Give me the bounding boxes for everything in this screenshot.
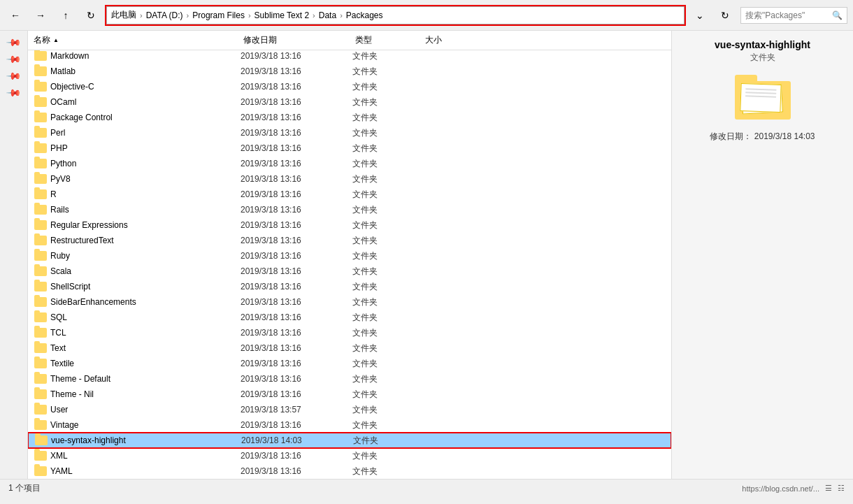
file-date-21: 2019/3/18 13:16 [241,343,352,353]
pin-icon-1[interactable]: 📌 [6,34,22,50]
toolbar: ← → ↑ ↻ 此电脑 › DATA (D:) › Program Files … [0,0,853,31]
bc-program-files[interactable]: Program Files [192,10,245,20]
file-type-4: 文件夹 [352,81,422,93]
search-icon: 🔍 [832,10,843,20]
file-date-22: 2019/3/18 13:16 [241,359,352,368]
file-date-6: 2019/3/18 13:16 [241,113,352,122]
file-rows-container: Lua 2019/3/18 13:16 文件夹 Makefile 2019/3/… [28,31,671,479]
file-row[interactable]: SQL 2019/3/18 13:16 文件夹 [28,310,671,325]
file-date-7: 2019/3/18 13:16 [241,128,352,138]
file-row[interactable]: YAML 2019/3/18 13:16 文件夹 [28,463,671,479]
bc-data-d[interactable]: DATA (D:) [146,10,183,20]
file-row[interactable]: PyV8 2019/3/18 13:16 文件夹 [28,171,671,187]
file-row[interactable]: vue-syntax-highlight 2019/3/18 14:03 文件夹 [28,433,671,448]
up-button[interactable]: ↑ [56,6,76,25]
file-row[interactable]: ShellScript 2019/3/18 13:16 文件夹 [28,279,671,294]
file-type-27: 文件夹 [353,435,423,447]
preview-panel: vue-syntax-highlight 文件夹 修改日期： 2019/3/18… [671,31,853,479]
file-row[interactable]: Theme - Nil 2019/3/18 13:16 文件夹 [28,387,671,402]
folder-icon-7 [34,127,48,138]
file-name-21: Text [50,343,241,353]
file-row[interactable]: Objective-C 2019/3/18 13:16 文件夹 [28,79,671,94]
folder-icon-14 [34,235,48,246]
file-row[interactable]: Scala 2019/3/18 13:16 文件夹 [28,264,671,279]
file-type-18: 文件夹 [352,296,422,308]
folder-icon-27 [34,435,48,446]
paper-line-3 [745,95,776,98]
file-row[interactable]: Package Control 2019/3/18 13:16 文件夹 [28,110,671,125]
col-name-header[interactable]: 名称 ▲ [34,34,243,46]
col-type-header[interactable]: 类型 [355,34,425,46]
file-name-2: Markdown [50,51,241,61]
refresh-path-button[interactable]: ↻ [715,6,735,25]
file-row[interactable]: Perl 2019/3/18 13:16 文件夹 [28,125,671,141]
file-date-25: 2019/3/18 13:57 [241,405,352,415]
bc-sublime-text[interactable]: Sublime Text 2 [255,10,310,20]
dropdown-button[interactable]: ⌄ [690,6,710,25]
col-date-header[interactable]: 修改日期 [243,34,355,46]
folder-icon-10 [34,173,48,185]
file-type-19: 文件夹 [352,312,422,324]
back-button[interactable]: ← [6,6,25,25]
address-bar[interactable]: 此电脑 › DATA (D:) › Program Files › Sublim… [106,6,684,24]
file-date-16: 2019/3/18 13:16 [241,266,352,276]
file-name-9: Python [50,159,241,168]
file-row[interactable]: Rails 2019/3/18 13:16 文件夹 [28,202,671,217]
file-row[interactable]: Markdown 2019/3/18 13:16 文件夹 [28,48,671,64]
bc-packages[interactable]: Packages [346,10,383,20]
folder-icon-24 [34,389,48,400]
file-row[interactable]: Theme - Default 2019/3/18 13:16 文件夹 [28,371,671,387]
folder-icon-15 [34,250,48,261]
pin-icon-2[interactable]: 📌 [6,50,22,66]
file-row[interactable]: RestructuredText 2019/3/18 13:16 文件夹 [28,233,671,248]
file-type-3: 文件夹 [352,66,422,78]
file-list-area[interactable]: 名称 ▲ 修改日期 类型 大小 Lua 2019/3/18 13:16 文件夹 … [28,31,671,479]
file-name-17: ShellScript [50,282,241,291]
file-row[interactable]: TCL 2019/3/18 13:16 文件夹 [28,325,671,340]
file-row[interactable]: User 2019/3/18 13:57 文件夹 [28,402,671,417]
folder-icon-13 [34,219,48,231]
bc-data[interactable]: Data [319,10,336,20]
folder-icon-6 [34,112,48,123]
file-row[interactable]: Text 2019/3/18 13:16 文件夹 [28,340,671,356]
file-row[interactable]: R 2019/3/18 13:16 文件夹 [28,187,671,202]
file-date-3: 2019/3/18 13:16 [241,66,352,76]
file-date-8: 2019/3/18 13:16 [241,143,352,153]
file-type-28: 文件夹 [352,450,422,462]
file-row[interactable]: Ruby 2019/3/18 13:16 文件夹 [28,248,671,264]
file-type-22: 文件夹 [352,358,422,370]
preview-folder-icon [735,75,791,120]
file-name-24: Theme - Nil [50,389,241,399]
folder-icon-29 [34,466,48,477]
view-icon-list[interactable]: ☰ [825,484,832,493]
file-date-12: 2019/3/18 13:16 [241,205,352,215]
file-row[interactable]: PHP 2019/3/18 13:16 文件夹 [28,141,671,156]
file-row[interactable]: OCaml 2019/3/18 13:16 文件夹 [28,94,671,110]
folder-icon-25 [34,404,48,415]
col-size-header[interactable]: 大小 [425,34,481,46]
file-row[interactable]: Matlab 2019/3/18 13:16 文件夹 [28,64,671,79]
file-row[interactable]: Textile 2019/3/18 13:16 文件夹 [28,356,671,371]
file-row[interactable]: Regular Expressions 2019/3/18 13:16 文件夹 [28,217,671,233]
file-row[interactable]: SideBarEnhancements 2019/3/18 13:16 文件夹 [28,294,671,310]
file-name-3: Matlab [50,66,241,76]
paper-sheet-2 [740,83,781,113]
file-type-7: 文件夹 [352,127,422,139]
file-row[interactable]: XML 2019/3/18 13:16 文件夹 [28,448,671,463]
pin-icon-3[interactable]: 📌 [6,67,22,83]
folder-body [735,81,791,120]
refresh-button[interactable]: ↻ [81,6,101,25]
search-box[interactable]: 🔍 [740,7,847,24]
view-icon-grid[interactable]: ☷ [838,484,845,493]
folder-icon-26 [34,419,48,431]
bc-this-pc[interactable]: 此电脑 [111,9,136,21]
file-row[interactable]: Python 2019/3/18 13:16 文件夹 [28,156,671,171]
forward-button[interactable]: → [31,6,50,25]
file-date-18: 2019/3/18 13:16 [241,297,352,307]
search-input[interactable] [745,10,829,20]
folder-icon-2 [34,50,48,62]
folder-icon-4 [34,81,48,92]
pin-icon-4[interactable]: 📌 [6,84,22,100]
file-row[interactable]: Vintage 2019/3/18 13:16 文件夹 [28,417,671,433]
file-date-26: 2019/3/18 13:16 [241,420,352,430]
